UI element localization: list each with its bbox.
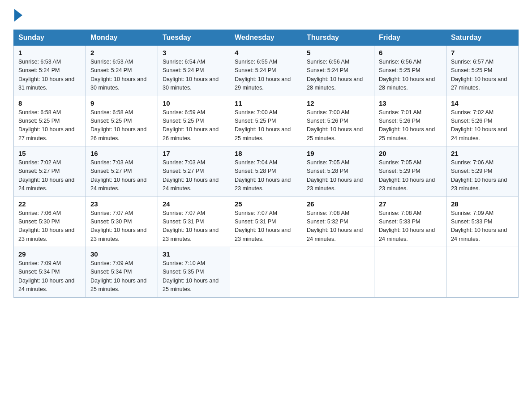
- day-number: 14: [451, 99, 514, 107]
- day-number: 6: [379, 49, 442, 56]
- calendar-week-row: 1Sunrise: 6:53 AMSunset: 5:24 PMDaylight…: [14, 46, 519, 96]
- calendar-cell: [230, 247, 302, 298]
- day-detail: Sunrise: 7:07 AMSunset: 5:31 PMDaylight:…: [163, 209, 225, 244]
- day-detail: Sunrise: 7:08 AMSunset: 5:33 PMDaylight:…: [379, 209, 442, 244]
- day-detail: Sunrise: 7:09 AMSunset: 5:34 PMDaylight:…: [90, 259, 153, 294]
- calendar-cell: 28Sunrise: 7:09 AMSunset: 5:33 PMDayligh…: [446, 197, 519, 247]
- calendar-cell: 20Sunrise: 7:05 AMSunset: 5:29 PMDayligh…: [374, 146, 446, 197]
- day-detail: Sunrise: 6:57 AMSunset: 5:25 PMDaylight:…: [451, 58, 514, 93]
- day-detail: Sunrise: 6:53 AMSunset: 5:24 PMDaylight:…: [90, 58, 153, 93]
- calendar-table: SundayMondayTuesdayWednesdayThursdayFrid…: [13, 30, 519, 298]
- day-detail: Sunrise: 6:55 AMSunset: 5:24 PMDaylight:…: [235, 58, 297, 93]
- calendar-cell: 19Sunrise: 7:05 AMSunset: 5:28 PMDayligh…: [302, 146, 374, 197]
- day-number: 3: [163, 49, 225, 56]
- calendar-cell: 3Sunrise: 6:54 AMSunset: 5:24 PMDaylight…: [158, 46, 230, 96]
- day-detail: Sunrise: 6:56 AMSunset: 5:25 PMDaylight:…: [379, 58, 442, 93]
- calendar-cell: 23Sunrise: 7:07 AMSunset: 5:30 PMDayligh…: [86, 197, 158, 247]
- day-detail: Sunrise: 7:10 AMSunset: 5:35 PMDaylight:…: [163, 259, 225, 294]
- day-number: 29: [18, 250, 81, 258]
- day-number: 22: [18, 200, 81, 208]
- calendar-cell: 14Sunrise: 7:02 AMSunset: 5:26 PMDayligh…: [446, 96, 519, 146]
- day-detail: Sunrise: 7:06 AMSunset: 5:30 PMDaylight:…: [18, 209, 81, 244]
- weekday-header-thursday: Thursday: [302, 30, 374, 46]
- day-detail: Sunrise: 7:01 AMSunset: 5:26 PMDaylight:…: [379, 108, 442, 143]
- day-number: 1: [18, 49, 81, 56]
- day-detail: Sunrise: 7:06 AMSunset: 5:29 PMDaylight:…: [451, 158, 514, 193]
- day-number: 9: [90, 99, 153, 107]
- calendar-cell: 11Sunrise: 7:00 AMSunset: 5:25 PMDayligh…: [230, 96, 302, 146]
- day-detail: Sunrise: 7:00 AMSunset: 5:26 PMDaylight:…: [307, 108, 369, 143]
- day-number: 21: [451, 150, 514, 157]
- logo: [13, 9, 23, 21]
- weekday-header-wednesday: Wednesday: [230, 30, 302, 46]
- day-number: 11: [235, 99, 297, 107]
- day-number: 31: [163, 250, 225, 258]
- calendar-cell: 15Sunrise: 7:02 AMSunset: 5:27 PMDayligh…: [14, 146, 86, 197]
- day-detail: Sunrise: 7:05 AMSunset: 5:28 PMDaylight:…: [307, 158, 369, 193]
- day-number: 28: [451, 200, 514, 208]
- day-number: 4: [235, 49, 297, 56]
- calendar-cell: 12Sunrise: 7:00 AMSunset: 5:26 PMDayligh…: [302, 96, 374, 146]
- day-detail: Sunrise: 7:02 AMSunset: 5:27 PMDaylight:…: [18, 158, 81, 193]
- weekday-header-sunday: Sunday: [14, 30, 86, 46]
- calendar-cell: 27Sunrise: 7:08 AMSunset: 5:33 PMDayligh…: [374, 197, 446, 247]
- day-detail: Sunrise: 7:09 AMSunset: 5:34 PMDaylight:…: [18, 259, 81, 294]
- calendar-cell: 16Sunrise: 7:03 AMSunset: 5:27 PMDayligh…: [86, 146, 158, 197]
- calendar-cell: 4Sunrise: 6:55 AMSunset: 5:24 PMDaylight…: [230, 46, 302, 96]
- day-number: 12: [307, 99, 369, 107]
- day-number: 5: [307, 49, 369, 56]
- calendar-cell: 9Sunrise: 6:58 AMSunset: 5:25 PMDaylight…: [86, 96, 158, 146]
- calendar-cell: 6Sunrise: 6:56 AMSunset: 5:25 PMDaylight…: [374, 46, 446, 96]
- calendar-cell: 17Sunrise: 7:03 AMSunset: 5:27 PMDayligh…: [158, 146, 230, 197]
- weekday-header-saturday: Saturday: [446, 30, 519, 46]
- calendar-week-row: 22Sunrise: 7:06 AMSunset: 5:30 PMDayligh…: [14, 197, 519, 247]
- page-header: [13, 9, 519, 21]
- calendar-cell: 26Sunrise: 7:08 AMSunset: 5:32 PMDayligh…: [302, 197, 374, 247]
- calendar-cell: 31Sunrise: 7:10 AMSunset: 5:35 PMDayligh…: [158, 247, 230, 298]
- logo-arrow-icon: [14, 9, 22, 21]
- day-number: 7: [451, 49, 514, 56]
- weekday-header-row: SundayMondayTuesdayWednesdayThursdayFrid…: [14, 30, 519, 46]
- day-detail: Sunrise: 7:03 AMSunset: 5:27 PMDaylight:…: [90, 158, 153, 193]
- calendar-cell: 21Sunrise: 7:06 AMSunset: 5:29 PMDayligh…: [446, 146, 519, 197]
- day-detail: Sunrise: 7:08 AMSunset: 5:32 PMDaylight:…: [307, 209, 369, 244]
- day-number: 26: [307, 200, 369, 208]
- day-detail: Sunrise: 7:07 AMSunset: 5:30 PMDaylight:…: [90, 209, 153, 244]
- day-detail: Sunrise: 6:58 AMSunset: 5:25 PMDaylight:…: [90, 108, 153, 143]
- day-detail: Sunrise: 6:56 AMSunset: 5:24 PMDaylight:…: [307, 58, 369, 93]
- day-number: 15: [18, 150, 81, 157]
- calendar-cell: 24Sunrise: 7:07 AMSunset: 5:31 PMDayligh…: [158, 197, 230, 247]
- day-detail: Sunrise: 6:59 AMSunset: 5:25 PMDaylight:…: [163, 108, 225, 143]
- day-number: 18: [235, 150, 297, 157]
- calendar-week-row: 8Sunrise: 6:58 AMSunset: 5:25 PMDaylight…: [14, 96, 519, 146]
- calendar-cell: 2Sunrise: 6:53 AMSunset: 5:24 PMDaylight…: [86, 46, 158, 96]
- day-detail: Sunrise: 7:02 AMSunset: 5:26 PMDaylight:…: [451, 108, 514, 143]
- calendar-cell: [446, 247, 519, 298]
- day-number: 20: [379, 150, 442, 157]
- day-number: 8: [18, 99, 81, 107]
- day-detail: Sunrise: 7:09 AMSunset: 5:33 PMDaylight:…: [451, 209, 514, 244]
- day-detail: Sunrise: 6:58 AMSunset: 5:25 PMDaylight:…: [18, 108, 81, 143]
- calendar-cell: 13Sunrise: 7:01 AMSunset: 5:26 PMDayligh…: [374, 96, 446, 146]
- day-detail: Sunrise: 6:53 AMSunset: 5:24 PMDaylight:…: [18, 58, 81, 93]
- calendar-cell: 8Sunrise: 6:58 AMSunset: 5:25 PMDaylight…: [14, 96, 86, 146]
- calendar-cell: 29Sunrise: 7:09 AMSunset: 5:34 PMDayligh…: [14, 247, 86, 298]
- day-detail: Sunrise: 6:54 AMSunset: 5:24 PMDaylight:…: [163, 58, 225, 93]
- day-number: 2: [90, 49, 153, 56]
- day-number: 30: [90, 250, 153, 258]
- calendar-cell: 18Sunrise: 7:04 AMSunset: 5:28 PMDayligh…: [230, 146, 302, 197]
- calendar-cell: [374, 247, 446, 298]
- day-number: 24: [163, 200, 225, 208]
- day-number: 19: [307, 150, 369, 157]
- calendar-week-row: 29Sunrise: 7:09 AMSunset: 5:34 PMDayligh…: [14, 247, 519, 298]
- day-detail: Sunrise: 7:05 AMSunset: 5:29 PMDaylight:…: [379, 158, 442, 193]
- day-number: 25: [235, 200, 297, 208]
- day-number: 16: [90, 150, 153, 157]
- calendar-week-row: 15Sunrise: 7:02 AMSunset: 5:27 PMDayligh…: [14, 146, 519, 197]
- weekday-header-friday: Friday: [374, 30, 446, 46]
- weekday-header-monday: Monday: [86, 30, 158, 46]
- weekday-header-tuesday: Tuesday: [158, 30, 230, 46]
- day-number: 17: [163, 150, 225, 157]
- day-number: 27: [379, 200, 442, 208]
- calendar-cell: 10Sunrise: 6:59 AMSunset: 5:25 PMDayligh…: [158, 96, 230, 146]
